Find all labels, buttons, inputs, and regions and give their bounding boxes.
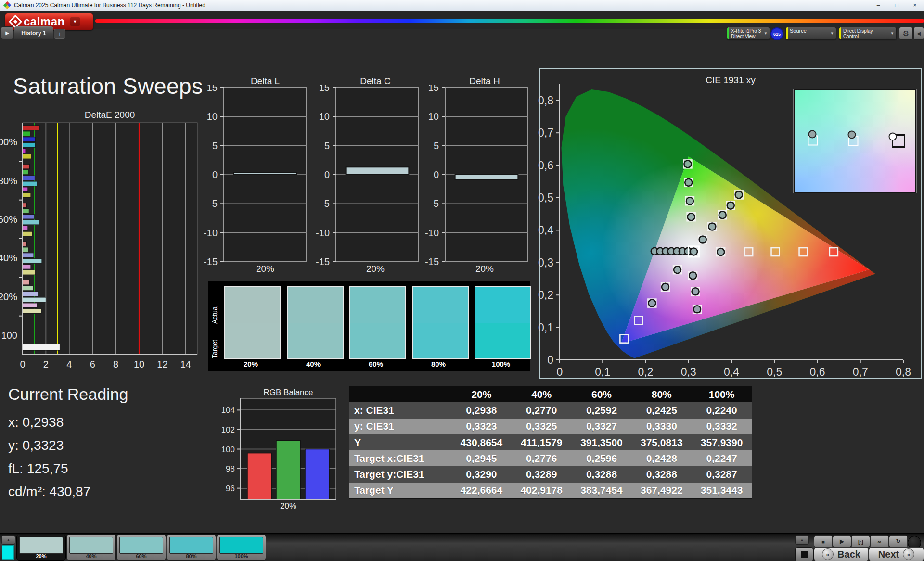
chevron-down-icon[interactable]: ▼ — [70, 17, 80, 26]
patch-color-chip — [119, 537, 163, 554]
deltae-bar — [23, 270, 36, 275]
next-button[interactable]: Next » — [869, 547, 924, 561]
swatch-80% — [412, 286, 469, 359]
deltae-bar — [23, 226, 28, 230]
transport-button-3[interactable]: ∞ — [870, 536, 889, 548]
swatch-actual — [225, 287, 280, 323]
svg-text:20%: 20% — [0, 292, 17, 302]
transport-button-4[interactable]: ↻ — [889, 536, 908, 548]
table-cell: 0,2428 — [631, 453, 692, 464]
back-button[interactable]: « Back — [814, 547, 869, 561]
swatch-60% — [349, 286, 406, 359]
bottom-bar: ▲ 20% 40% 60% 80% 100% ▲ ■▶[·] — [0, 533, 924, 561]
delta_h-bar — [455, 175, 518, 180]
table-cell: 0,3288 — [631, 469, 692, 480]
svg-text:10: 10 — [428, 111, 439, 122]
patch-button-100%[interactable]: 100% — [217, 535, 266, 561]
svg-text:0: 0 — [547, 354, 553, 366]
deltae-bar — [23, 280, 30, 285]
patch-button-80%[interactable]: 80% — [167, 535, 216, 561]
cie-measured-circle — [688, 213, 695, 220]
svg-text:100: 100 — [1, 330, 17, 341]
patch-button-label: 80% — [167, 553, 216, 559]
table-cell: 0,3287 — [692, 469, 752, 480]
delta-c-xlabel: 20% — [366, 264, 385, 274]
svg-text:-5: -5 — [321, 198, 330, 209]
meter-dropdown[interactable]: X-Rite i1Pro 3Direct View ▼ — [727, 27, 770, 40]
svg-text:0,7: 0,7 — [538, 127, 553, 139]
display-control-dropdown[interactable]: Direct Display Control ▼ — [839, 27, 897, 40]
collapse-toolbar-button[interactable]: ◀ — [913, 27, 924, 40]
delta_c-bar — [346, 167, 409, 175]
svg-text:15: 15 — [428, 85, 439, 93]
close-button[interactable]: × — [906, 0, 924, 11]
table-cell: 351,3443 — [692, 484, 752, 496]
rgb-bar-blue — [305, 449, 329, 500]
patch-window-button[interactable]: ▲ — [1, 536, 15, 545]
svg-text:0,2: 0,2 — [538, 289, 553, 301]
svg-text:0,3: 0,3 — [538, 256, 553, 269]
deltae-bar — [23, 170, 28, 175]
cie-measured-circle — [735, 191, 743, 198]
stop-icon — [801, 551, 808, 558]
swatch-actual — [475, 287, 530, 323]
delta_c-svg: 151050-5-10-15 — [313, 85, 424, 268]
table-cell: 0,3325 — [512, 421, 572, 432]
patch-button-20%[interactable]: 20% — [16, 535, 66, 561]
tab-history-1[interactable]: History 1 — [14, 26, 53, 39]
current-reading-y: y: 0,3323 — [8, 438, 64, 453]
svg-text:-5: -5 — [430, 198, 439, 209]
app-icon — [4, 2, 11, 9]
patch-color-chip — [19, 537, 63, 554]
next-chevrons-icon: » — [903, 548, 914, 560]
patch-button-60%[interactable]: 60% — [116, 535, 166, 561]
swatch-label: 60% — [348, 360, 403, 368]
minimize-button[interactable]: – — [869, 0, 887, 11]
deltae-chart: 100%80%60%40%20%10002468101214 — [0, 119, 204, 372]
delta-c-chart: 151050-5-10-15 — [313, 85, 424, 269]
deltae-bar — [23, 181, 37, 186]
svg-text:0: 0 — [324, 169, 330, 180]
settings-button[interactable]: ⚙ — [899, 27, 913, 40]
table-row: Y430,8654411,1579391,3500375,0813357,939… — [349, 434, 752, 450]
transport-button-0[interactable]: ■ — [814, 536, 833, 548]
swatch-20% — [224, 286, 281, 359]
actual-label: Actual — [211, 305, 218, 324]
table-cell: 0,3332 — [692, 421, 752, 432]
svg-text:4: 4 — [66, 359, 72, 370]
rgb-bar-red — [247, 453, 271, 499]
swatch-actual — [288, 287, 343, 323]
svg-text:100%: 100% — [0, 137, 17, 147]
svg-text:5: 5 — [324, 140, 330, 151]
svg-text:0,4: 0,4 — [724, 366, 739, 378]
stop-button[interactable] — [795, 547, 814, 561]
panel-expand-button[interactable]: ▶ — [1, 26, 13, 39]
patch-button-40%[interactable]: 40% — [66, 535, 116, 561]
svg-text:12: 12 — [157, 359, 167, 370]
delta-h-chart: 151050-5-10-15 — [422, 85, 533, 269]
patch-button-label: 20% — [17, 553, 65, 559]
svg-text:15: 15 — [319, 85, 330, 93]
layout-up-button[interactable]: ▲ — [795, 536, 809, 545]
deltae-bar — [23, 214, 34, 219]
cie-measured-circle — [717, 248, 724, 255]
swatch-target — [413, 323, 468, 358]
source-dropdown[interactable]: Source ▼ — [785, 27, 836, 40]
swatch-label: 80% — [411, 360, 466, 368]
swatch-label: 100% — [474, 360, 528, 368]
svg-text:-15: -15 — [425, 256, 439, 267]
transport-button-2[interactable]: [·] — [851, 536, 870, 548]
table-cell: 0,2596 — [572, 453, 632, 464]
svg-text:10: 10 — [134, 359, 144, 370]
back-label: Back — [837, 549, 860, 560]
svg-text:0,5: 0,5 — [538, 191, 553, 204]
chevron-down-icon: ▼ — [890, 31, 894, 36]
back-chevrons-icon: « — [822, 548, 834, 560]
patch-button-label: 60% — [117, 553, 166, 559]
maximize-button[interactable]: □ — [887, 0, 906, 11]
transport-button-1[interactable]: ▶ — [833, 536, 851, 548]
table-cell: 0,2945 — [451, 453, 512, 464]
next-label: Next — [878, 549, 899, 560]
delta_l-bar — [234, 172, 297, 175]
add-tab-button[interactable]: + — [54, 29, 65, 39]
